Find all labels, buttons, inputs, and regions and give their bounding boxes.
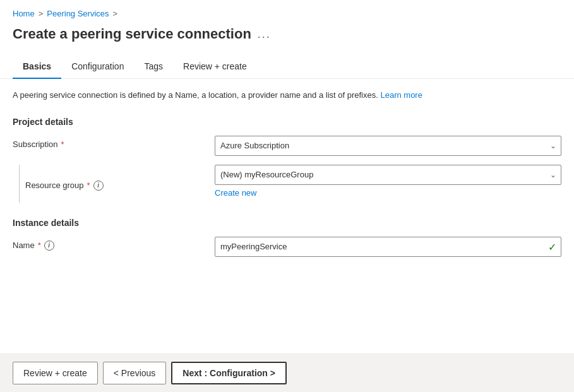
page-header: Create a peering service connection ... (0, 23, 574, 55)
page-title: Create a peering service connection (13, 26, 251, 42)
name-info-icon[interactable]: i (44, 241, 54, 251)
breadcrumb-sep2: > (113, 9, 118, 18)
tab-configuration[interactable]: Configuration (61, 55, 134, 79)
learn-more-link[interactable]: Learn more (380, 90, 422, 100)
breadcrumb: Home > Peering Services > (0, 0, 574, 23)
ellipsis-icon[interactable]: ... (258, 28, 271, 41)
subscription-required: * (61, 140, 64, 149)
tabs-bar: Basics Configuration Tags Review + creat… (0, 55, 574, 79)
resource-group-select[interactable]: (New) myResourceGroup (215, 165, 561, 185)
breadcrumb-sep1: > (39, 9, 44, 18)
tab-basics[interactable]: Basics (13, 55, 61, 79)
subscription-label: Subscription (13, 140, 58, 149)
resource-group-label: Resource group (25, 181, 84, 190)
resource-group-info-icon[interactable]: i (93, 181, 104, 191)
bottom-bar: Review + create < Previous Next : Config… (0, 353, 574, 392)
review-create-button[interactable]: Review + create (13, 362, 98, 384)
tab-tags[interactable]: Tags (134, 55, 173, 79)
description-text: A peering service connection is defined … (13, 89, 561, 102)
subscription-row: Subscription * Azure Subscription ⌄ (13, 136, 561, 156)
subscription-label-col: Subscription * (13, 136, 202, 149)
indent-line (19, 165, 20, 203)
previous-button[interactable]: < Previous (103, 362, 167, 384)
project-details-title: Project details (13, 117, 561, 127)
subscription-input-col: Azure Subscription ⌄ (215, 136, 561, 156)
name-row: Name * i ✓ (13, 237, 561, 257)
resource-group-section: Resource group * i (New) myResourceGroup… (13, 165, 561, 203)
name-input[interactable] (215, 237, 561, 257)
next-button[interactable]: Next : Configuration > (171, 362, 287, 384)
name-label: Name (13, 241, 35, 250)
instance-details-title: Instance details (13, 218, 561, 228)
subscription-select-wrapper: Azure Subscription ⌄ (215, 136, 561, 156)
name-valid-icon: ✓ (548, 241, 556, 252)
resource-group-required: * (87, 181, 90, 190)
resource-group-select-wrapper: (New) myResourceGroup ⌄ (215, 165, 561, 185)
tab-review-create[interactable]: Review + create (173, 55, 257, 79)
breadcrumb-peering-services[interactable]: Peering Services (47, 9, 109, 18)
resource-group-input-col: (New) myResourceGroup ⌄ Create new (215, 165, 561, 198)
breadcrumb-home[interactable]: Home (13, 9, 35, 18)
name-required: * (38, 241, 41, 250)
resource-group-indent-col: Resource group * i (13, 165, 202, 203)
name-input-wrapper: ✓ (215, 237, 561, 257)
subscription-select[interactable]: Azure Subscription (215, 136, 561, 156)
form-area: A peering service connection is defined … (0, 89, 574, 257)
create-new-link[interactable]: Create new (215, 188, 256, 198)
name-label-col: Name * i (13, 237, 202, 251)
name-input-col: ✓ (215, 237, 561, 257)
resource-group-label-group: Resource group * i (25, 165, 104, 203)
